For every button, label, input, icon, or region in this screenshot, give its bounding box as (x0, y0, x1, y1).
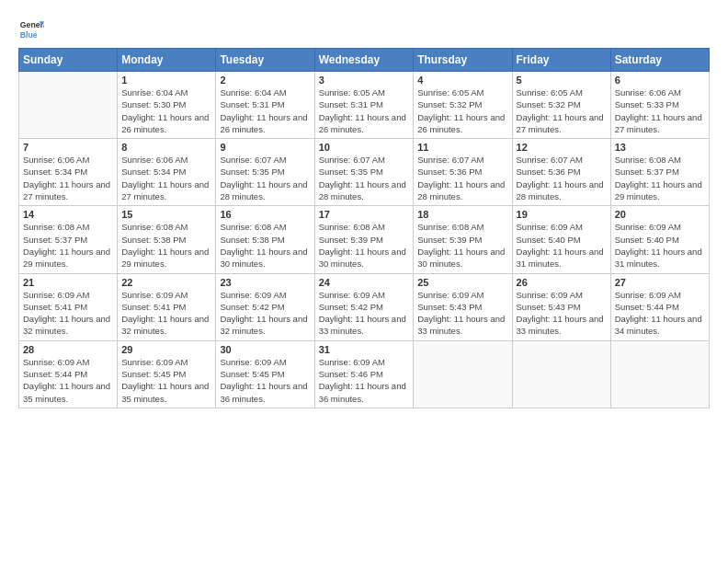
day-info: Sunrise: 6:09 AMSunset: 5:43 PMDaylight:… (417, 289, 507, 338)
day-info: Sunrise: 6:08 AMSunset: 5:37 PMDaylight:… (615, 154, 705, 202)
weekday-header-saturday: Saturday (610, 49, 709, 72)
calendar-cell: 2 Sunrise: 6:04 AMSunset: 5:31 PMDayligh… (216, 72, 314, 139)
calendar-cell: 12 Sunrise: 6:07 AMSunset: 5:36 PMDaylig… (512, 139, 610, 206)
day-number: 2 (220, 75, 310, 86)
weekday-header-friday: Friday (512, 49, 610, 72)
day-info: Sunrise: 6:08 AMSunset: 5:39 PMDaylight:… (319, 221, 410, 270)
day-number: 30 (220, 344, 310, 355)
day-number: 13 (615, 142, 705, 153)
day-number: 24 (319, 277, 410, 288)
day-number: 1 (121, 75, 211, 86)
calendar-cell: 28 Sunrise: 6:09 AMSunset: 5:44 PMDaylig… (19, 340, 118, 408)
day-number: 16 (220, 209, 310, 220)
main-container: General Blue SundayMondayTuesdayWednesda… (0, 0, 728, 418)
day-number: 27 (615, 277, 705, 288)
calendar-cell: 18 Sunrise: 6:08 AMSunset: 5:39 PMDaylig… (414, 206, 512, 273)
day-info: Sunrise: 6:05 AMSunset: 5:32 PMDaylight:… (417, 86, 507, 135)
logo-icon: General Blue (18, 17, 44, 42)
calendar-cell: 13 Sunrise: 6:08 AMSunset: 5:37 PMDaylig… (610, 139, 709, 206)
day-info: Sunrise: 6:07 AMSunset: 5:36 PMDaylight:… (517, 154, 607, 202)
day-number: 28 (23, 344, 113, 355)
day-number: 3 (319, 75, 410, 86)
calendar-cell: 26 Sunrise: 6:09 AMSunset: 5:43 PMDaylig… (512, 273, 610, 340)
day-info: Sunrise: 6:07 AMSunset: 5:35 PMDaylight:… (319, 154, 410, 202)
day-info: Sunrise: 6:07 AMSunset: 5:35 PMDaylight:… (220, 154, 310, 202)
week-row-5: 28 Sunrise: 6:09 AMSunset: 5:44 PMDaylig… (19, 340, 710, 408)
calendar-cell (19, 72, 118, 139)
calendar-cell: 27 Sunrise: 6:09 AMSunset: 5:44 PMDaylig… (610, 273, 709, 340)
day-info: Sunrise: 6:08 AMSunset: 5:38 PMDaylight:… (220, 221, 310, 270)
day-info: Sunrise: 6:09 AMSunset: 5:44 PMDaylight:… (23, 356, 113, 405)
calendar-cell (512, 340, 610, 408)
day-number: 5 (517, 75, 607, 86)
calendar-cell: 31 Sunrise: 6:09 AMSunset: 5:46 PMDaylig… (314, 340, 414, 408)
day-info: Sunrise: 6:09 AMSunset: 5:40 PMDaylight:… (517, 221, 607, 270)
weekday-header-row: SundayMondayTuesdayWednesdayThursdayFrid… (19, 49, 710, 72)
day-number: 15 (121, 209, 211, 220)
day-number: 23 (220, 277, 310, 288)
calendar-cell: 25 Sunrise: 6:09 AMSunset: 5:43 PMDaylig… (414, 273, 512, 340)
day-number: 20 (615, 209, 705, 220)
day-info: Sunrise: 6:06 AMSunset: 5:33 PMDaylight:… (615, 86, 705, 135)
day-info: Sunrise: 6:09 AMSunset: 5:45 PMDaylight:… (220, 356, 310, 405)
day-info: Sunrise: 6:04 AMSunset: 5:30 PMDaylight:… (121, 86, 211, 135)
day-number: 4 (417, 75, 507, 86)
day-info: Sunrise: 6:09 AMSunset: 5:42 PMDaylight:… (319, 289, 410, 338)
weekday-header-wednesday: Wednesday (314, 49, 414, 72)
day-number: 12 (517, 142, 607, 153)
day-info: Sunrise: 6:08 AMSunset: 5:37 PMDaylight:… (23, 221, 113, 270)
svg-text:Blue: Blue (20, 30, 38, 40)
day-number: 21 (23, 277, 113, 288)
day-info: Sunrise: 6:09 AMSunset: 5:44 PMDaylight:… (615, 289, 705, 338)
day-info: Sunrise: 6:07 AMSunset: 5:36 PMDaylight:… (417, 154, 507, 202)
day-number: 11 (417, 142, 507, 153)
day-info: Sunrise: 6:06 AMSunset: 5:34 PMDaylight:… (23, 154, 113, 202)
calendar-cell: 16 Sunrise: 6:08 AMSunset: 5:38 PMDaylig… (216, 206, 314, 273)
day-number: 18 (417, 209, 507, 220)
calendar-cell: 8 Sunrise: 6:06 AMSunset: 5:34 PMDayligh… (118, 139, 216, 206)
day-number: 25 (417, 277, 507, 288)
day-info: Sunrise: 6:05 AMSunset: 5:32 PMDaylight:… (517, 86, 607, 135)
weekday-header-thursday: Thursday (414, 49, 512, 72)
calendar-cell: 24 Sunrise: 6:09 AMSunset: 5:42 PMDaylig… (314, 273, 414, 340)
calendar-cell: 14 Sunrise: 6:08 AMSunset: 5:37 PMDaylig… (19, 206, 118, 273)
logo: General Blue (18, 17, 44, 42)
day-number: 26 (517, 277, 607, 288)
day-number: 8 (121, 142, 211, 153)
day-info: Sunrise: 6:09 AMSunset: 5:42 PMDaylight:… (220, 289, 310, 338)
day-number: 31 (319, 344, 410, 355)
calendar-cell: 21 Sunrise: 6:09 AMSunset: 5:41 PMDaylig… (19, 273, 118, 340)
calendar-cell: 7 Sunrise: 6:06 AMSunset: 5:34 PMDayligh… (19, 139, 118, 206)
day-number: 9 (220, 142, 310, 153)
day-info: Sunrise: 6:09 AMSunset: 5:43 PMDaylight:… (517, 289, 607, 338)
calendar-table: SundayMondayTuesdayWednesdayThursdayFrid… (18, 48, 710, 408)
day-number: 17 (319, 209, 410, 220)
weekday-header-monday: Monday (118, 49, 216, 72)
day-number: 22 (121, 277, 211, 288)
day-info: Sunrise: 6:04 AMSunset: 5:31 PMDaylight:… (220, 86, 310, 135)
day-info: Sunrise: 6:08 AMSunset: 5:39 PMDaylight:… (417, 221, 507, 270)
calendar-cell: 10 Sunrise: 6:07 AMSunset: 5:35 PMDaylig… (314, 139, 414, 206)
day-number: 10 (319, 142, 410, 153)
day-info: Sunrise: 6:09 AMSunset: 5:41 PMDaylight:… (121, 289, 211, 338)
calendar-cell: 9 Sunrise: 6:07 AMSunset: 5:35 PMDayligh… (216, 139, 314, 206)
calendar-cell (610, 340, 709, 408)
calendar-cell: 11 Sunrise: 6:07 AMSunset: 5:36 PMDaylig… (414, 139, 512, 206)
calendar-cell: 22 Sunrise: 6:09 AMSunset: 5:41 PMDaylig… (118, 273, 216, 340)
day-info: Sunrise: 6:06 AMSunset: 5:34 PMDaylight:… (121, 154, 211, 202)
day-info: Sunrise: 6:05 AMSunset: 5:31 PMDaylight:… (319, 86, 410, 135)
week-row-4: 21 Sunrise: 6:09 AMSunset: 5:41 PMDaylig… (19, 273, 710, 340)
day-number: 7 (23, 142, 113, 153)
calendar-cell: 30 Sunrise: 6:09 AMSunset: 5:45 PMDaylig… (216, 340, 314, 408)
weekday-header-sunday: Sunday (19, 49, 118, 72)
calendar-cell: 6 Sunrise: 6:06 AMSunset: 5:33 PMDayligh… (610, 72, 709, 139)
calendar-cell: 23 Sunrise: 6:09 AMSunset: 5:42 PMDaylig… (216, 273, 314, 340)
calendar-cell: 19 Sunrise: 6:09 AMSunset: 5:40 PMDaylig… (512, 206, 610, 273)
calendar-cell (414, 340, 512, 408)
header: General Blue (18, 17, 710, 42)
day-number: 14 (23, 209, 113, 220)
day-info: Sunrise: 6:09 AMSunset: 5:40 PMDaylight:… (615, 221, 705, 270)
calendar-cell: 20 Sunrise: 6:09 AMSunset: 5:40 PMDaylig… (610, 206, 709, 273)
calendar-cell: 5 Sunrise: 6:05 AMSunset: 5:32 PMDayligh… (512, 72, 610, 139)
day-number: 19 (517, 209, 607, 220)
